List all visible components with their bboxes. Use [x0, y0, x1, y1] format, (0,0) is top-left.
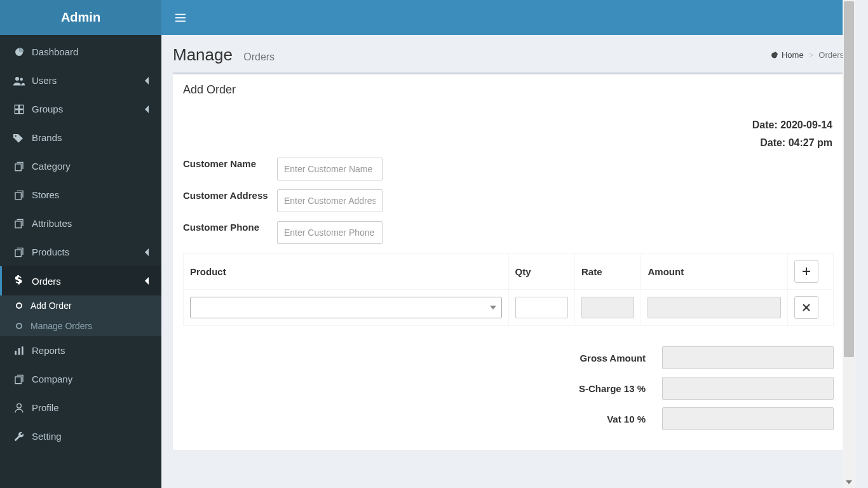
th-amount: Amount [641, 254, 788, 290]
sidebar-item-category[interactable]: Category [0, 152, 161, 180]
sidebar-item-label: Reports [32, 345, 65, 356]
scrollbar-thumb[interactable] [844, 1, 854, 357]
svg-point-12 [17, 323, 22, 329]
nav: Dashboard Users Groups [0, 35, 161, 451]
svg-point-0 [15, 77, 19, 81]
svg-rect-3 [20, 105, 24, 109]
customer-phone-input[interactable] [277, 221, 383, 244]
svg-rect-7 [15, 164, 21, 171]
dollar-icon [11, 275, 27, 287]
sidebar-subitem-label: Add Order [31, 301, 72, 311]
svg-rect-16 [15, 377, 21, 384]
users-icon [11, 76, 27, 86]
gross-amount-input [662, 346, 834, 369]
svg-rect-20 [175, 20, 186, 22]
sidebar-item-reports[interactable]: Reports [0, 336, 161, 365]
breadcrumb: Home > Orders [770, 50, 844, 60]
main: Manage Orders Home > Orders Add Order Da… [161, 0, 855, 488]
sidebar-item-label: Profile [32, 402, 59, 413]
svg-point-6 [15, 135, 17, 136]
sidebar-item-products[interactable]: Products [0, 238, 161, 266]
page-subtitle: Orders [243, 51, 275, 62]
gross-amount-label: Gross Amount [557, 353, 646, 363]
svg-point-17 [17, 403, 22, 408]
sidebar-item-brands[interactable]: Brands [0, 123, 161, 152]
files-icon [11, 247, 27, 257]
files-icon [11, 161, 27, 172]
svg-rect-2 [15, 105, 18, 109]
files-icon [11, 374, 27, 384]
customer-name-input[interactable] [277, 158, 383, 180]
sidebar-item-label: Users [32, 75, 57, 86]
box-title: Add Order [183, 83, 834, 97]
sidebar-item-label: Brands [32, 132, 62, 143]
sidebar-item-attributes[interactable]: Attributes [0, 209, 161, 238]
page-title: Manage Orders [173, 45, 275, 65]
chevron-left-icon [145, 77, 150, 85]
rate-input [581, 297, 634, 318]
svg-rect-22 [803, 271, 810, 272]
product-select[interactable] [190, 297, 502, 318]
sidebar-subitem-add-order[interactable]: Add Order [0, 295, 161, 316]
sidebar-item-setting[interactable]: Setting [0, 422, 161, 451]
customer-address-input[interactable] [277, 189, 383, 212]
breadcrumb-separator: > [809, 50, 814, 60]
caret-down-icon [846, 480, 852, 484]
remove-row-button[interactable] [794, 296, 818, 319]
sidebar-item-stores[interactable]: Stores [0, 180, 161, 209]
svg-rect-14 [18, 348, 20, 355]
svg-rect-13 [15, 351, 17, 355]
sidebar-item-groups[interactable]: Groups [0, 95, 161, 123]
order-time: Date: 04:27 pm [184, 137, 832, 149]
sidebar: Admin Dashboard Users [0, 0, 161, 488]
box-header: Add Order [173, 74, 844, 105]
breadcrumb-home[interactable]: Home [770, 50, 804, 60]
qty-input[interactable] [515, 297, 568, 318]
customer-address-label: Customer Address [183, 189, 277, 202]
topbar [161, 0, 855, 35]
orders-submenu: Add Order Manage Orders [0, 295, 161, 336]
sidebar-subitem-manage-orders[interactable]: Manage Orders [0, 316, 161, 336]
sidebar-item-label: Category [32, 161, 71, 172]
caret-down-icon [490, 306, 496, 309]
sidebar-item-dashboard[interactable]: Dashboard [0, 37, 161, 66]
order-items-table: Product Qty Rate Amount [183, 253, 834, 326]
sidebar-item-profile[interactable]: Profile [0, 393, 161, 422]
svg-point-1 [20, 78, 24, 81]
customer-name-label: Customer Name [183, 158, 277, 170]
svg-rect-10 [15, 250, 21, 257]
dashboard-icon [11, 47, 27, 57]
scharge-label: S-Charge 13 % [557, 383, 646, 394]
files-icon [11, 219, 27, 229]
sidebar-item-label: Company [32, 374, 72, 384]
scroll-down-button[interactable] [843, 477, 855, 488]
scrollbar[interactable] [843, 0, 855, 488]
menu-toggle-button[interactable] [172, 10, 189, 26]
circle-icon [11, 322, 27, 330]
sidebar-item-company[interactable]: Company [0, 365, 161, 393]
sidebar-item-label: Orders [32, 276, 61, 287]
page-title-text: Manage [173, 45, 233, 64]
amount-input [648, 297, 781, 318]
order-date: Date: 2020-09-14 [184, 119, 832, 131]
tags-icon [11, 133, 27, 143]
sidebar-item-label: Attributes [32, 218, 72, 229]
scharge-input [662, 377, 834, 400]
breadcrumb-home-label: Home [782, 50, 804, 60]
breadcrumb-active: Orders [818, 50, 844, 60]
content-header: Manage Orders Home > Orders [161, 35, 855, 72]
chevron-left-icon [145, 105, 150, 113]
groups-icon [11, 104, 27, 114]
close-icon [803, 304, 810, 311]
sidebar-item-orders[interactable]: Orders [0, 266, 161, 295]
svg-rect-8 [15, 193, 21, 200]
brand-title: Admin [0, 0, 161, 35]
th-qty: Qty [508, 254, 574, 290]
add-row-button[interactable] [794, 260, 818, 283]
sidebar-item-users[interactable]: Users [0, 66, 161, 95]
bar-chart-icon [11, 346, 27, 356]
totals: Gross Amount S-Charge 13 % Vat 10 % [183, 346, 834, 430]
files-icon [11, 190, 27, 200]
sidebar-item-label: Dashboard [32, 46, 78, 57]
sidebar-item-label: Stores [32, 189, 59, 200]
